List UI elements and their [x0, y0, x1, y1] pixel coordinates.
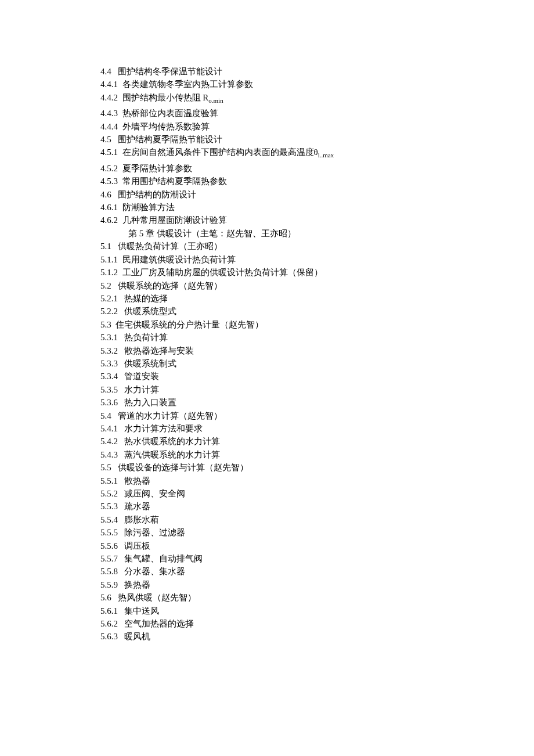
toc-gap [118, 307, 124, 316]
toc-gap [111, 593, 118, 602]
toc-entry: 4.4.4 外墙平均传热系数验算 [100, 120, 534, 133]
toc-gap [118, 619, 124, 628]
toc-number: 5.5.2 [100, 489, 118, 498]
toc-gap [118, 554, 124, 563]
toc-entry: 5.4 管道的水力计算（赵先智） [100, 409, 534, 422]
toc-entry: 5.4.2 热水供暖系统的水力计算 [100, 435, 534, 448]
toc-number: 4.6.2 [100, 215, 118, 225]
toc-entry: 5.3.1 热负荷计算 [100, 331, 534, 344]
toc-gap [118, 385, 124, 394]
toc-number: 5.3.1 [100, 333, 118, 342]
toc-number: 5.1.1 [100, 255, 118, 264]
chapter-5-heading: 第 5 章 供暖设计（主笔：赵先智、王亦昭） [100, 227, 534, 240]
toc-title: 民用建筑供暖设计热负荷计算 [122, 255, 236, 264]
toc-entry: 5.1.1 民用建筑供暖设计热负荷计算 [100, 253, 534, 266]
toc-entry: 4.4 围护结构冬季保温节能设计 [100, 65, 534, 78]
toc-title: 围护结构冬季保温节能设计 [118, 67, 222, 76]
toc-subscript: o.min [208, 97, 223, 104]
toc-entry: 5.5.2 减压阀、安全阀 [100, 487, 534, 500]
toc-entry: 4.4.3 热桥部位内表面温度验算 [100, 107, 534, 120]
toc-title: 各类建筑物冬季室内热工计算参数 [122, 80, 253, 89]
toc-gap [118, 203, 122, 212]
toc-gap [118, 177, 122, 186]
toc-title: 散热器选择与安装 [124, 346, 194, 355]
toc-gap [118, 147, 122, 157]
document-page: 4.4 围护结构冬季保温节能设计4.4.1 各类建筑物冬季室内热工计算参数4.4… [0, 0, 534, 643]
toc-gap [118, 93, 122, 102]
toc-entry: 5.4.1 水力计算方法和要求 [100, 422, 534, 435]
toc-entry: 4.6.2 几种常用屋面防潮设计验算 [100, 214, 534, 226]
toc-title: 集中送风 [124, 606, 159, 615]
toc-number: 5.4.1 [100, 424, 118, 433]
toc-entry: 5.5.3 疏水器 [100, 500, 534, 513]
toc-entry: 5.3.3 供暖系统制式 [100, 357, 534, 370]
toc-title: 围护结构夏季隔热节能设计 [118, 135, 222, 144]
toc-gap [118, 109, 122, 118]
toc-number: 4.5 [100, 135, 111, 144]
toc-subscript: i..max [318, 152, 334, 159]
toc-title: 几种常用屋面防潮设计验算 [122, 215, 227, 225]
toc-title: 在房间自然通风条件下围护结构内表面的最高温度θ [122, 147, 318, 157]
toc-entry: 5.3 住宅供暖系统的分户热计量（赵先智） [100, 318, 534, 331]
toc-number: 4.4 [100, 67, 111, 76]
toc-title: 外墙平均传热系数验算 [122, 122, 210, 131]
toc-gap [111, 190, 118, 199]
toc-entry: 4.6.1 防潮验算方法 [100, 201, 534, 214]
toc-gap [118, 398, 124, 407]
toc-entry: 5.6.3 暖风机 [100, 630, 534, 643]
toc-title: 除污器、过滤器 [124, 528, 185, 537]
toc-gap [118, 424, 124, 433]
toc-number: 5.3 [100, 320, 111, 329]
toc-number: 4.4.1 [100, 80, 118, 89]
toc-title: 热力入口装置 [124, 398, 176, 407]
toc-title: 暖风机 [124, 632, 150, 641]
toc-number: 5.3.2 [100, 346, 118, 355]
toc-title: 疏水器 [124, 502, 150, 511]
toc-section-5: 5.1 供暖热负荷计算（王亦昭）5.1.1 民用建筑供暖设计热负荷计算5.1.2… [100, 240, 534, 643]
toc-number: 5.4.2 [100, 437, 118, 446]
toc-number: 5.6 [100, 593, 111, 602]
toc-entry: 5.3.5 水力计算 [100, 383, 534, 396]
toc-gap [118, 294, 124, 303]
toc-number: 5.5.1 [100, 476, 118, 485]
toc-title: 减压阀、安全阀 [124, 489, 185, 498]
toc-entry: 4.5.3 常用围护结构夏季隔热参数 [100, 175, 534, 188]
toc-entry: 5.5.7 集气罐、自动排气阀 [100, 552, 534, 565]
toc-section-4: 4.4 围护结构冬季保温节能设计4.4.1 各类建筑物冬季室内热工计算参数4.4… [100, 65, 534, 227]
toc-gap [111, 411, 118, 420]
toc-gap [118, 476, 124, 485]
toc-gap [118, 268, 122, 277]
toc-gap [118, 333, 124, 342]
toc-entry: 5.5.4 膨胀水葙 [100, 513, 534, 526]
toc-number: 5.6.1 [100, 606, 118, 615]
toc-number: 5.4.3 [100, 450, 118, 459]
toc-entry: 5.2.2 供暖系统型式 [100, 305, 534, 318]
toc-number: 5.5.7 [100, 554, 118, 563]
toc-gap [111, 135, 118, 144]
toc-title: 换热器 [124, 580, 150, 589]
toc-number: 4.5.1 [100, 147, 118, 157]
toc-title: 水力计算 [124, 385, 159, 394]
toc-gap [118, 80, 122, 89]
toc-title: 集气罐、自动排气阀 [124, 554, 203, 563]
toc-number: 5.5.8 [100, 567, 118, 576]
toc-entry: 5.3.2 散热器选择与安装 [100, 344, 534, 357]
toc-title: 蒸汽供暖系统的水力计算 [124, 450, 220, 459]
toc-number: 4.4.4 [100, 122, 118, 131]
toc-title: 住宅供暖系统的分户热计量（赵先智） [116, 320, 264, 329]
toc-entry: 5.3.4 管道安装 [100, 370, 534, 383]
toc-entry: 4.4.2 围护结构最小传热阻 Ro.min [100, 91, 534, 107]
toc-gap [118, 528, 124, 537]
toc-entry: 5.5.5 除污器、过滤器 [100, 526, 534, 539]
toc-title: 膨胀水葙 [124, 515, 159, 524]
toc-entry: 5.5.8 分水器、集水器 [100, 565, 534, 578]
toc-number: 5.4 [100, 411, 111, 420]
toc-number: 5.1 [100, 242, 111, 251]
toc-gap [118, 255, 122, 264]
toc-number: 5.3.4 [100, 372, 118, 381]
toc-title: 热媒的选择 [124, 294, 168, 303]
toc-entry: 5.6 热风供暖（赵先智） [100, 591, 534, 604]
toc-entry: 5.5 供暖设备的选择与计算（赵先智） [100, 461, 534, 474]
toc-gap [118, 122, 122, 131]
toc-title: 围护结构最小传热阻 R [122, 93, 209, 102]
